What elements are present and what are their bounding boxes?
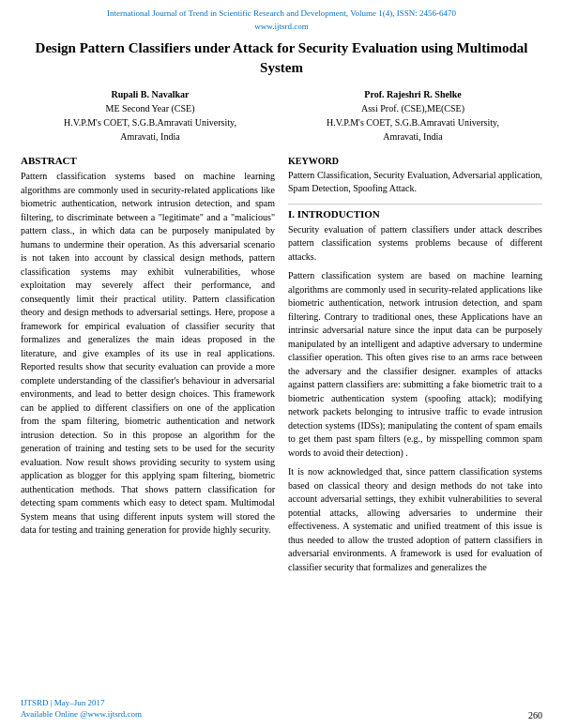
intro-para2: Pattern classification system are based … [288, 269, 542, 460]
footer-left: IJTSRD | May–Jun 2017 Available Online @… [21, 697, 142, 720]
keyword-label: KEYWORD [288, 156, 339, 166]
journal-header: International Journal of Trend in Scient… [0, 8, 563, 33]
footer-bar: IJTSRD | May–Jun 2017 Available Online @… [0, 697, 563, 720]
authors-row: Rupali B. Navalkar ME Second Year (CSE) … [19, 87, 544, 144]
footer-page: 260 [528, 710, 542, 720]
author-right-name: Prof. Rajeshri R. Shelke [327, 87, 499, 101]
right-column: KEYWORD Pattern Classification, Security… [288, 155, 542, 580]
intro-para1: Security evaluation of pattern classifie… [288, 223, 542, 265]
keyword-section: KEYWORD Pattern Classification, Security… [288, 155, 542, 196]
page-wrapper: International Journal of Trend in Scient… [0, 0, 563, 728]
abstract-title: ABSTRACT [21, 155, 275, 166]
author-left-degree: ME Second Year (CSE) [64, 101, 236, 115]
left-column: ABSTRACT Pattern classification systems … [21, 155, 275, 580]
paper-title: Design Pattern Classifiers under Attack … [28, 38, 535, 78]
author-left-location: Amravati, India [64, 129, 236, 144]
author-right-affiliation: H.V.P.M's COET, S.G.B.Amravati Universit… [327, 115, 499, 129]
author-right-location: Amravati, India [327, 129, 499, 144]
author-left-name: Rupali B. Navalkar [64, 87, 236, 101]
journal-line1: International Journal of Trend in Scient… [9, 8, 554, 21]
footer-date: May–Jun 2017 [54, 698, 105, 707]
introduction-title: I. INTRODUCTION [288, 204, 542, 220]
author-left: Rupali B. Navalkar ME Second Year (CSE) … [64, 87, 236, 144]
intro-para3: It is now acknowledged that, since patte… [288, 465, 542, 574]
footer-website: Available Online @www.ijtsrd.com [21, 709, 142, 719]
author-left-affiliation: H.V.P.M's COET, S.G.B.Amravati Universit… [64, 115, 236, 129]
footer-journal-abbr: IJTSRD [21, 698, 49, 707]
author-right-degree: Assi Prof. (CSE),ME(CSE) [327, 101, 499, 115]
author-right: Prof. Rajeshri R. Shelke Assi Prof. (CSE… [327, 87, 499, 144]
content-columns: ABSTRACT Pattern classification systems … [0, 155, 563, 580]
keyword-text: Pattern Classification, Security Evaluat… [288, 170, 542, 194]
journal-line2: www.ijtsrd.com [9, 21, 554, 34]
abstract-text: Pattern classification systems based on … [21, 170, 275, 538]
